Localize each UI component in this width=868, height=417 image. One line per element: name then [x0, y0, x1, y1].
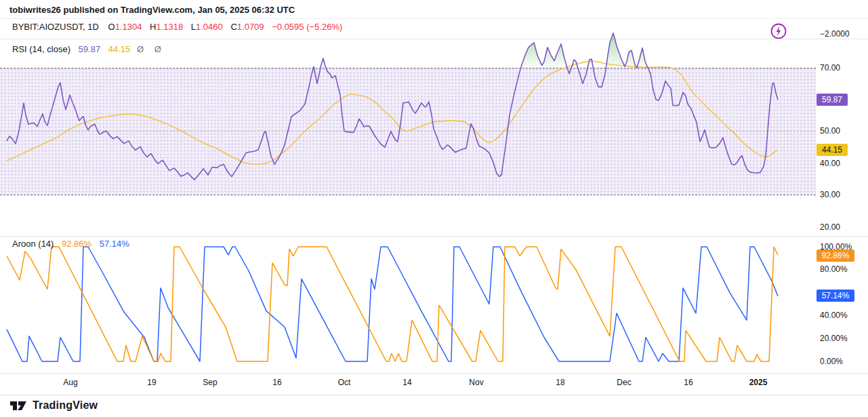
rsi-ma-line	[7, 61, 777, 164]
y-axis-label: 50.00	[820, 125, 840, 136]
y-axis-label: 30.00	[820, 189, 840, 200]
aroon-pane-title: Aroon (14) 92.86% 57.14%	[12, 239, 129, 249]
y-axis-label: 20.00	[820, 222, 840, 233]
rsi-indicator-label: RSI (14, close)	[12, 44, 70, 54]
rsi-hidden-plots: Ø Ø	[137, 44, 165, 54]
footer: TradingView	[9, 399, 98, 412]
time-axis-label: Sep	[203, 378, 217, 387]
rsi-value: 59.87	[79, 44, 101, 54]
last-value-badge: 57.14%	[817, 290, 854, 302]
last-value-badge: 92.86%	[817, 250, 854, 262]
aroon-up-value: 92.86%	[62, 239, 91, 249]
y-axis-label: 40.00	[820, 158, 840, 169]
publish-info: tobiwrites26 published on TradingView.co…	[9, 5, 295, 15]
separator-timeaxis-footer	[0, 395, 868, 395]
separator-aroon-timeaxis	[0, 373, 868, 374]
time-axis-label: 2025	[749, 378, 768, 387]
time-axis-label: Dec	[617, 378, 631, 387]
last-value-badge: 44.15	[817, 144, 848, 156]
aroon-down-line	[7, 247, 778, 361]
time-axis-label: 19	[147, 378, 156, 387]
time-axis-label: 18	[556, 378, 564, 387]
separator-rsi-aroon	[0, 236, 868, 237]
y-axis-label: 80.00%	[820, 264, 848, 275]
aroon-indicator-label: Aroon (14)	[12, 239, 54, 249]
card-top-border	[0, 18, 868, 19]
time-axis-label: 16	[684, 378, 693, 387]
rsi-overbought-fill	[7, 33, 778, 180]
tradingview-snapshot: tobiwrites26 published on TradingView.co…	[0, 0, 868, 417]
time-axis-label: Oct	[338, 378, 351, 387]
time-axis-label: 14	[402, 378, 411, 387]
rsi-chart	[0, 31, 816, 236]
aroon-down-value: 57.14%	[100, 239, 129, 249]
tradingview-logo-icon[interactable]	[9, 400, 27, 412]
aroon-up-line	[7, 247, 778, 361]
y-axis-label: 70.00	[820, 62, 840, 73]
tradingview-wordmark[interactable]: TradingView	[33, 399, 98, 412]
time-axis-label: Aug	[63, 378, 77, 387]
y-axis-label: 0.00%	[820, 356, 843, 367]
y-axis-label: 20.00%	[820, 333, 848, 344]
y-axis-label: 40.00%	[820, 310, 848, 321]
rsi-ma-value: 44.15	[108, 44, 131, 54]
last-value-badge: 59.87	[817, 94, 848, 106]
rsi-pane-title: RSI (14, close) 59.87 44.15 Ø Ø	[12, 44, 165, 54]
rsi-line	[7, 33, 778, 180]
time-axis-label: Nov	[469, 378, 483, 387]
time-axis-label: 16	[272, 378, 281, 387]
aroon-chart	[0, 237, 816, 373]
price-axis-label: −2.0000	[820, 28, 850, 39]
